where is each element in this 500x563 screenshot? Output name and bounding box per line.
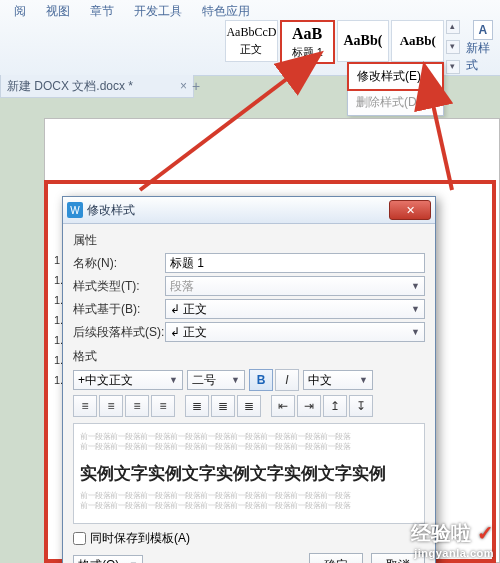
chevron-down-icon: ▼ (359, 375, 368, 385)
style-sample: AaBbCcD (226, 25, 276, 40)
check-icon: ✓ (477, 522, 494, 544)
document-tab-title: 新建 DOCX 文档.docx * (7, 78, 133, 95)
align-right-button[interactable]: ≡ (125, 395, 149, 417)
chevron-down-icon[interactable]: ▾ (446, 40, 459, 54)
line-spacing-normal-button[interactable]: ≣ (211, 395, 235, 417)
format-menu-button[interactable]: 格式(O) ▼ (73, 555, 143, 563)
checkbox-input[interactable] (73, 532, 86, 545)
tab-special[interactable]: 特色应用 (192, 1, 260, 22)
dialog-close-button[interactable]: ✕ (389, 200, 431, 220)
combo-value: ↲ 正文 (170, 301, 207, 318)
close-icon[interactable]: × (180, 79, 187, 93)
tab-developer[interactable]: 开发工具 (124, 1, 192, 22)
align-left-button[interactable]: ≡ (73, 395, 97, 417)
style-label: 正文 (240, 42, 262, 57)
label-type: 样式类型(T): (73, 278, 165, 295)
chevron-down-icon: ▼ (411, 327, 420, 337)
tab-chapter[interactable]: 章节 (80, 1, 124, 22)
line-spacing-loose-button[interactable]: ≣ (237, 395, 261, 417)
new-style-icon: A (473, 20, 493, 40)
next-style-select[interactable]: ↲ 正文 ▼ (165, 322, 425, 342)
style-tile[interactable]: AaBb( (337, 20, 390, 62)
indent-decrease-button[interactable]: ⇤ (271, 395, 295, 417)
font-size-select[interactable]: 二号 ▼ (187, 370, 245, 390)
chevron-down-icon: ▼ (231, 375, 240, 385)
based-on-select[interactable]: ↲ 正文 ▼ (165, 299, 425, 319)
spacing-after-button[interactable]: ↧ (349, 395, 373, 417)
font-family-select[interactable]: +中文正文 ▼ (73, 370, 183, 390)
style-sample: AaBb( (400, 33, 436, 49)
preview-context-text: 前一段落前一段落前一段落前一段落前一段落前一段落前一段落前一段落前一段落 (80, 491, 418, 501)
checkbox-label: 同时保存到模板(A) (90, 530, 190, 547)
paragraph-toolbar: ≡ ≡ ≡ ≡ ≣ ≣ ≣ ⇤ ⇥ ↥ ↧ (73, 395, 425, 417)
combo-value: 中文 (308, 372, 332, 389)
chevron-down-icon: ▼ (411, 281, 420, 291)
group-format-label: 格式 (73, 348, 425, 365)
chevron-up-icon[interactable]: ▴ (446, 20, 459, 34)
style-sample: AaB (292, 25, 322, 43)
chevron-down-icon: ▼ (411, 304, 420, 314)
indent-increase-button[interactable]: ⇥ (297, 395, 321, 417)
style-tile-heading1[interactable]: AaB 标题 1 (280, 20, 335, 64)
style-sample: AaBb( (344, 33, 383, 49)
save-to-template-checkbox[interactable]: 同时保存到模板(A) (73, 530, 425, 547)
style-tile[interactable]: AaBb( (391, 20, 444, 62)
label-next-style: 后续段落样式(S): (73, 324, 165, 341)
tab-review[interactable]: 阅 (4, 1, 36, 22)
document-tab[interactable]: 新建 DOCX 文档.docx * × (0, 75, 194, 98)
preview-sample-text: 实例文字实例文字实例文字实例文字实例 (80, 462, 418, 485)
menu-delete-style[interactable]: 删除样式(D) (348, 90, 443, 115)
watermark-domain: jingyanla.com (411, 547, 494, 559)
combo-value: +中文正文 (78, 372, 133, 389)
ok-button[interactable]: 确定 (309, 553, 363, 563)
italic-button[interactable]: I (275, 369, 299, 391)
combo-value: ↲ 正文 (170, 324, 207, 341)
name-input[interactable] (165, 253, 425, 273)
style-type-select[interactable]: 段落 ▼ (165, 276, 425, 296)
preview-context-text: 前一段落前一段落前一段落前一段落前一段落前一段落前一段落前一段落前一段落 (80, 501, 418, 511)
preview-context-text: 前一段落前一段落前一段落前一段落前一段落前一段落前一段落前一段落前一段落 (80, 442, 418, 452)
preview-context-text: 前一段落前一段落前一段落前一段落前一段落前一段落前一段落前一段落前一段落 (80, 432, 418, 442)
bold-button[interactable]: B (249, 369, 273, 391)
tab-view[interactable]: 视图 (36, 1, 80, 22)
watermark-text: 经验啦 (411, 522, 471, 544)
combo-value: 段落 (170, 278, 194, 295)
app-icon: W (67, 202, 83, 218)
button-label: 格式(O) (78, 557, 119, 564)
label-name: 名称(N): (73, 255, 165, 272)
line-spacing-tight-button[interactable]: ≣ (185, 395, 209, 417)
dialog-title: 修改样式 (87, 202, 135, 219)
new-tab-button[interactable]: + (192, 78, 200, 94)
style-context-menu: 修改样式(E) 删除样式(D) (347, 62, 444, 116)
language-select[interactable]: 中文 ▼ (303, 370, 373, 390)
combo-value: 二号 (192, 372, 216, 389)
style-tile-body[interactable]: AaBbCcD 正文 (225, 20, 278, 62)
style-label: 标题 1 (292, 45, 323, 60)
menu-modify-style[interactable]: 修改样式(E) (347, 62, 444, 91)
watermark: 经验啦 ✓ jingyanla.com (411, 520, 494, 559)
dialog-titlebar[interactable]: W 修改样式 ✕ (63, 197, 435, 224)
modify-style-dialog: W 修改样式 ✕ 属性 名称(N): 样式类型(T): 段落 ▼ 样式基于(B (62, 196, 436, 563)
spacing-before-button[interactable]: ↥ (323, 395, 347, 417)
gallery-expand-icon[interactable]: ▾ (446, 60, 459, 74)
chevron-down-icon: ▼ (169, 375, 178, 385)
ribbon-tabs: 阅 视图 章节 开发工具 特色应用 (0, 0, 500, 22)
style-preview: 前一段落前一段落前一段落前一段落前一段落前一段落前一段落前一段落前一段落 前一段… (73, 423, 425, 524)
align-justify-button[interactable]: ≡ (151, 395, 175, 417)
group-properties-label: 属性 (73, 232, 425, 249)
new-style-button[interactable]: A 新样式 (466, 20, 500, 74)
gallery-spinner[interactable]: ▴ ▾ ▾ (446, 20, 459, 74)
label-based-on: 样式基于(B): (73, 301, 165, 318)
new-style-label: 新样式 (466, 40, 500, 74)
align-center-button[interactable]: ≡ (99, 395, 123, 417)
